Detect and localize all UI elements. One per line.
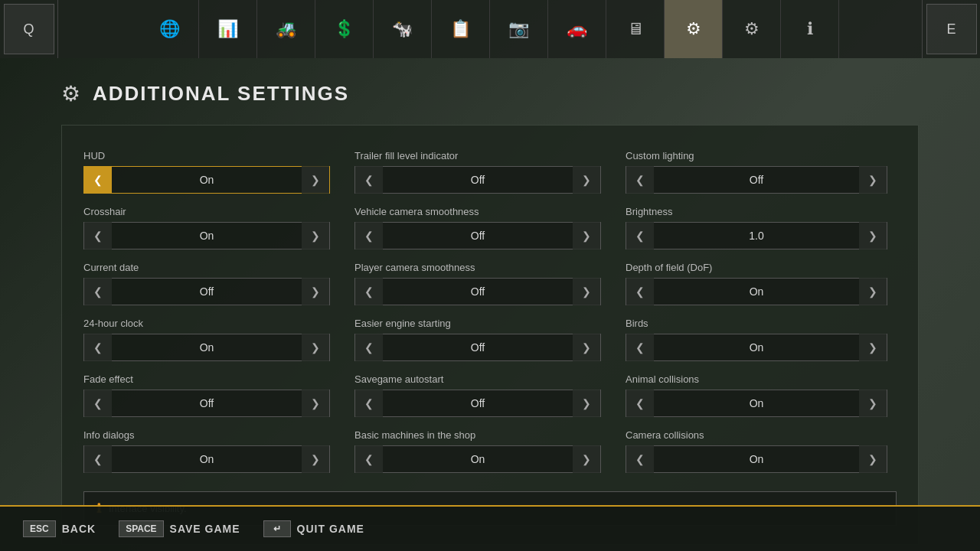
crosshair-next-btn[interactable]: ❯ [302,222,329,249]
nav-dollar[interactable]: 💲 [315,0,374,58]
setting-engine-start: Easier engine starting ❮ Off ❯ [354,311,610,367]
setting-trailer-fill-label: Trailer fill level indicator [354,150,601,161]
enter-key-badge: ↵ [263,520,291,537]
settings-col-2: Trailer fill level indicator ❮ Off ❯ Veh… [354,144,626,479]
trailer-fill-value: Off [383,174,573,186]
setting-player-cam: Player camera smoothness ❮ Off ❯ [354,256,610,311]
engine-start-value: Off [383,341,573,354]
current-date-next-btn[interactable]: ❯ [302,278,329,305]
trailer-fill-prev-btn[interactable]: ❮ [355,166,383,194]
birds-prev-btn[interactable]: ❮ [626,334,654,361]
dof-next-btn[interactable]: ❯ [859,278,887,305]
settings-icon: ⚙ [686,19,701,39]
setting-player-cam-control: ❮ Off ❯ [354,278,601,305]
vehicle-cam-next-btn[interactable]: ❯ [573,222,600,249]
setting-brightness-control: ❮ 1.0 ❯ [626,222,887,249]
vehicle-cam-prev-btn[interactable]: ❮ [355,222,383,249]
setting-camera-collisions: Camera collisions ❮ On ❯ [626,423,897,479]
animal-collisions-next-btn[interactable]: ❯ [859,390,887,417]
setting-hud: HUD ❮ On ❯ [83,144,339,200]
camera-collisions-next-btn[interactable]: ❯ [859,445,887,473]
24h-clock-prev-btn[interactable]: ❮ [84,334,112,361]
basic-machines-next-btn[interactable]: ❯ [573,445,600,473]
hud-prev-btn[interactable]: ❮ [84,166,112,194]
engine-start-prev-btn[interactable]: ❮ [355,334,383,361]
fade-effect-prev-btn[interactable]: ❮ [84,390,112,417]
crosshair-prev-btn[interactable]: ❮ [84,222,112,249]
nav-icons-group: 🌐 📊 🚜 💲 🐄 📋 📷 🚗 🖥 ⚙ ⚙ [58,0,922,58]
current-date-prev-btn[interactable]: ❮ [84,278,112,305]
setting-basic-machines-control: ❮ On ❯ [354,445,601,473]
q-button[interactable]: Q [4,4,54,54]
nav-tractor[interactable]: 🚜 [257,0,315,58]
setting-info-dialogs: Info dialogs ❮ On ❯ [83,423,339,479]
hud-next-btn[interactable]: ❯ [302,166,329,194]
setting-custom-lighting-label: Custom lighting [626,150,887,161]
birds-next-btn[interactable]: ❯ [859,334,887,361]
basic-machines-value: On [383,453,573,465]
e-button[interactable]: E [926,4,977,54]
brightness-next-btn[interactable]: ❯ [859,222,887,249]
quit-action[interactable]: ↵ QUIT GAME [263,520,364,537]
nav-right-btn[interactable]: E [922,0,980,58]
info-dialogs-next-btn[interactable]: ❯ [302,445,329,473]
camera-collisions-value: On [654,453,859,465]
e-key-label: E [946,21,956,37]
crosshair-value: On [112,230,302,242]
setting-dof-label: Depth of field (DoF) [626,262,887,273]
save-label: SAVE GAME [170,523,240,535]
animal-collisions-prev-btn[interactable]: ❮ [626,390,654,417]
nav-info[interactable]: ℹ [781,0,839,58]
setting-vehicle-cam: Vehicle camera smoothness ❮ Off ❯ [354,200,610,256]
nav-settings[interactable]: ⚙ [665,0,723,58]
nav-left-btn[interactable]: Q [0,0,58,58]
chart-icon: 📊 [217,19,238,39]
birds-value: On [654,341,859,354]
basic-machines-prev-btn[interactable]: ❮ [355,445,383,473]
custom-lighting-next-btn[interactable]: ❯ [859,166,887,194]
animal-collisions-value: On [654,397,859,409]
setting-savegame-label: Savegame autostart [354,373,601,385]
setting-hud-control: ❮ On ❯ [83,166,330,194]
setting-animal-collisions-label: Animal collisions [626,373,887,385]
nav-clipboard[interactable]: 📋 [432,0,490,58]
nav-screen[interactable]: 🖥 [606,0,665,58]
nav-modules[interactable]: ⚙ [723,0,781,58]
setting-crosshair-label: Crosshair [83,206,330,217]
savegame-prev-btn[interactable]: ❮ [355,390,383,417]
nav-vehicle[interactable]: 🚗 [548,0,606,58]
player-cam-next-btn[interactable]: ❯ [573,278,600,305]
brightness-prev-btn[interactable]: ❮ [626,222,654,249]
24h-clock-next-btn[interactable]: ❯ [302,334,329,361]
nav-chart[interactable]: 📊 [199,0,257,58]
setting-24h-clock: 24-hour clock ❮ On ❯ [83,311,339,367]
savegame-next-btn[interactable]: ❯ [573,390,600,417]
engine-start-next-btn[interactable]: ❯ [573,334,600,361]
nav-globe[interactable]: 🌐 [141,0,199,58]
dof-prev-btn[interactable]: ❮ [626,278,654,305]
nav-cow[interactable]: 🐄 [374,0,432,58]
trailer-fill-next-btn[interactable]: ❯ [573,166,600,194]
info-dialogs-prev-btn[interactable]: ❮ [84,445,112,473]
page-title: ADDITIONAL SETTINGS [93,82,349,106]
setting-dof: Depth of field (DoF) ❮ On ❯ [626,256,897,311]
player-cam-prev-btn[interactable]: ❮ [355,278,383,305]
setting-camera-collisions-label: Camera collisions [626,429,887,441]
setting-engine-start-control: ❮ Off ❯ [354,334,601,361]
setting-basic-machines-label: Basic machines in the shop [354,429,601,441]
vehicle-cam-value: Off [383,230,573,242]
brightness-value: 1.0 [654,230,859,242]
save-action[interactable]: SPACE SAVE GAME [119,520,240,537]
nav-camera[interactable]: 📷 [490,0,548,58]
tractor-icon: 🚜 [276,19,296,39]
camera-collisions-prev-btn[interactable]: ❮ [626,445,654,473]
dollar-icon: 💲 [334,19,354,39]
custom-lighting-prev-btn[interactable]: ❮ [626,166,654,194]
dof-value: On [654,285,859,298]
fade-effect-next-btn[interactable]: ❯ [302,390,329,417]
page-gear-icon: ⚙ [61,81,80,106]
back-action[interactable]: ESC BACK [23,520,96,537]
q-key-label: Q [23,21,34,37]
screen-icon: 🖥 [627,19,644,39]
info-circle-icon: ℹ [807,19,813,39]
